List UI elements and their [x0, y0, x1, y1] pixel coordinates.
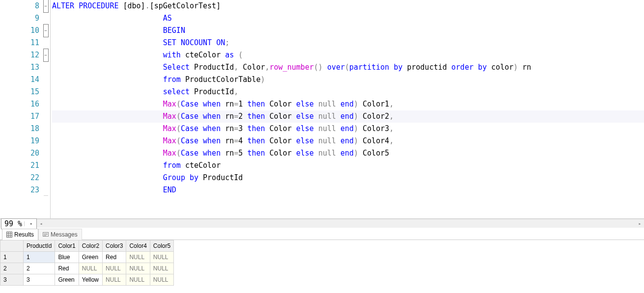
cell[interactable]: Yellow	[79, 274, 102, 286]
line-number: 15	[10, 86, 42, 98]
horizontal-scrollbar[interactable]: 99 % ▾ ◂ ▸	[0, 219, 644, 228]
code-line[interactable]: Group by ProductId	[52, 172, 644, 184]
code-line[interactable]: with cteColor as (	[52, 49, 644, 61]
column-header[interactable]: Color4	[126, 240, 150, 252]
table-row[interactable]: 33GreenYellowNULLNULLNULL	[0, 274, 174, 286]
line-number: 11	[10, 37, 42, 49]
cell[interactable]: Green	[79, 252, 102, 263]
cell[interactable]: NULL	[150, 263, 173, 274]
line-number: 10	[10, 25, 42, 37]
cell[interactable]: NULL	[103, 263, 126, 274]
outline-guide	[49, 0, 52, 218]
svg-rect-0	[7, 232, 12, 238]
code-editor[interactable]: 891011121314151617181920212223 −−− ALTER…	[0, 0, 644, 219]
fold-toggle[interactable]: −	[43, 0, 49, 13]
cell[interactable]: NULL	[150, 252, 173, 263]
cell[interactable]: NULL	[126, 274, 150, 286]
tab-results-label: Results	[14, 231, 34, 238]
line-number: 19	[10, 135, 42, 147]
code-line[interactable]: from cteColor	[52, 160, 644, 172]
cell[interactable]: 1	[24, 252, 55, 263]
code-line[interactable]: END	[52, 184, 644, 196]
cell[interactable]: NULL	[79, 263, 102, 274]
tab-results[interactable]: Results	[2, 229, 38, 240]
code-line[interactable]: BEGIN	[52, 25, 644, 37]
column-header[interactable]: Color5	[150, 240, 173, 252]
scroll-right-icon[interactable]: ▸	[636, 219, 644, 228]
line-number: 22	[10, 172, 42, 184]
code-line[interactable]: Max(Case when rn=4 then Color else null …	[52, 135, 644, 147]
column-header[interactable]: Color3	[103, 240, 126, 252]
code-line[interactable]: Max(Case when rn=2 then Color else null …	[52, 110, 644, 123]
cell[interactable]: Red	[55, 263, 79, 274]
code-line[interactable]: from ProductColorTable)	[52, 74, 644, 86]
code-line[interactable]: AS	[52, 12, 644, 25]
code-line[interactable]: SET NOCOUNT ON;	[52, 37, 644, 49]
cell[interactable]: 3	[24, 274, 55, 286]
column-header[interactable]: Color1	[55, 240, 79, 252]
column-header[interactable]: Color2	[79, 240, 102, 252]
chevron-down-icon: ▾	[24, 221, 36, 226]
messages-icon	[43, 232, 49, 238]
line-number: 21	[10, 160, 42, 172]
grid-corner[interactable]	[0, 240, 24, 252]
cell[interactable]: NULL	[126, 252, 150, 263]
line-number: 12	[10, 49, 42, 61]
row-number[interactable]: 3	[0, 274, 24, 286]
tab-messages[interactable]: Messages	[38, 229, 82, 240]
line-number: 14	[10, 74, 42, 86]
line-number: 13	[10, 61, 42, 74]
results-tabs: Results Messages	[0, 228, 644, 240]
line-number: 8	[10, 0, 42, 12]
cell[interactable]: NULL	[150, 274, 173, 286]
fold-column[interactable]: −−−	[42, 0, 49, 218]
code-area[interactable]: ALTER PROCEDURE [dbo].[spGetColorTest] A…	[52, 0, 644, 218]
grid-icon	[6, 232, 12, 238]
table-row[interactable]: 11BlueGreenRedNULLNULL	[0, 252, 174, 263]
code-line[interactable]: select ProductId,	[52, 86, 644, 98]
tab-messages-label: Messages	[51, 231, 78, 238]
code-line[interactable]: Max(Case when rn=5 then Color else null …	[52, 147, 644, 160]
cell[interactable]: Blue	[55, 252, 79, 263]
table-row[interactable]: 22RedNULLNULLNULLNULL	[0, 263, 174, 274]
cell[interactable]: 2	[24, 263, 55, 274]
cell[interactable]: NULL	[126, 263, 150, 274]
line-number: 9	[10, 12, 42, 25]
code-line[interactable]: ALTER PROCEDURE [dbo].[spGetColorTest]	[52, 0, 644, 12]
row-number[interactable]: 2	[0, 263, 24, 274]
fold-toggle[interactable]: −	[43, 49, 49, 62]
row-number[interactable]: 1	[0, 252, 24, 263]
line-number: 20	[10, 147, 42, 160]
code-line[interactable]: Select ProductId, Color,row_number() ove…	[52, 61, 644, 74]
scroll-left-icon[interactable]: ◂	[37, 219, 45, 228]
results-grid[interactable]: ProductIdColor1Color2Color3Color4Color51…	[0, 240, 644, 286]
line-number: 18	[10, 123, 42, 135]
line-number: 17	[10, 110, 42, 123]
code-line[interactable]: Max(Case when rn=3 then Color else null …	[52, 123, 644, 135]
zoom-value: 99 %	[1, 219, 24, 228]
cell[interactable]: NULL	[103, 274, 126, 286]
cell[interactable]: Red	[103, 252, 126, 263]
line-number: 23	[10, 184, 42, 196]
line-number-gutter: 891011121314151617181920212223	[10, 0, 42, 218]
zoom-dropdown[interactable]: 99 % ▾	[1, 218, 37, 229]
line-number: 16	[10, 98, 42, 110]
selection-margin	[0, 0, 10, 218]
fold-toggle[interactable]: −	[43, 24, 49, 37]
column-header[interactable]: ProductId	[24, 240, 55, 252]
cell[interactable]: Green	[55, 274, 79, 286]
code-line[interactable]: Max(Case when rn=1 then Color else null …	[52, 98, 644, 110]
